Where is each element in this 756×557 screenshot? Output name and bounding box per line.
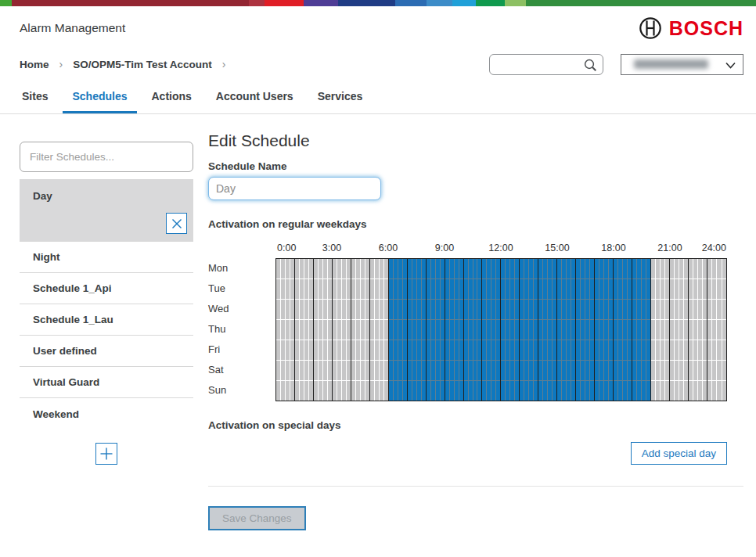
save-changes-button[interactable]: Save Changes: [208, 506, 306, 530]
schedule-cell[interactable]: [333, 279, 337, 299]
schedule-cell[interactable]: [469, 259, 473, 278]
schedule-cell[interactable]: [319, 279, 322, 299]
schedule-cell[interactable]: [543, 320, 547, 340]
schedule-cell[interactable]: [455, 320, 459, 340]
schedule-cell[interactable]: [675, 279, 679, 299]
schedule-cell[interactable]: [562, 381, 566, 401]
schedule-cell[interactable]: [520, 361, 524, 380]
schedule-cell[interactable]: [314, 320, 318, 340]
schedule-cell[interactable]: [295, 361, 299, 380]
schedule-cell[interactable]: [333, 300, 337, 319]
schedule-cell[interactable]: [380, 320, 383, 340]
schedule-cell[interactable]: [464, 320, 468, 340]
schedule-cell[interactable]: [403, 300, 407, 319]
schedule-cell[interactable]: [628, 320, 632, 340]
schedule-cell[interactable]: [562, 361, 566, 380]
schedule-cell[interactable]: [646, 300, 650, 319]
schedule-cell[interactable]: [651, 381, 655, 401]
schedule-cell[interactable]: [487, 300, 491, 319]
schedule-cell[interactable]: [314, 340, 318, 360]
schedule-cell[interactable]: [445, 381, 449, 401]
schedule-cell[interactable]: [469, 300, 473, 319]
schedule-cell[interactable]: [524, 320, 528, 340]
schedule-cell[interactable]: [675, 320, 679, 340]
schedule-cell[interactable]: [347, 361, 351, 380]
schedule-cell[interactable]: [646, 279, 650, 299]
schedule-cell[interactable]: [553, 381, 556, 401]
schedule-cell[interactable]: [628, 259, 632, 278]
schedule-cell[interactable]: [689, 300, 693, 319]
schedule-cell[interactable]: [614, 340, 617, 360]
schedule-cell[interactable]: [529, 361, 533, 380]
schedule-cell[interactable]: [375, 381, 379, 401]
schedule-cell[interactable]: [441, 340, 445, 360]
schedule-cell[interactable]: [543, 381, 547, 401]
schedule-cell[interactable]: [581, 381, 585, 401]
schedule-cell[interactable]: [276, 300, 280, 319]
schedule-cell[interactable]: [482, 340, 486, 360]
schedule-cell[interactable]: [417, 340, 421, 360]
schedule-cell[interactable]: [679, 320, 683, 340]
schedule-cell[interactable]: [365, 300, 369, 319]
schedule-cell[interactable]: [356, 259, 360, 278]
schedule-cell[interactable]: [590, 320, 594, 340]
schedule-cell[interactable]: [557, 259, 561, 278]
schedule-cell[interactable]: [567, 259, 571, 278]
schedule-cell[interactable]: [356, 340, 360, 360]
schedule-cell[interactable]: [365, 259, 369, 278]
schedule-cell[interactable]: [618, 381, 622, 401]
schedule-cell[interactable]: [365, 320, 369, 340]
schedule-cell[interactable]: [436, 300, 440, 319]
schedule-cell[interactable]: [510, 381, 514, 401]
schedule-cell[interactable]: [590, 300, 594, 319]
schedule-cell[interactable]: [698, 320, 702, 340]
schedule-cell[interactable]: [651, 320, 655, 340]
schedule-cell[interactable]: [459, 259, 463, 278]
schedule-cell[interactable]: [389, 361, 393, 380]
schedule-cell[interactable]: [276, 320, 280, 340]
schedule-cell[interactable]: [394, 381, 398, 401]
schedule-cell[interactable]: [482, 361, 486, 380]
schedule-cell[interactable]: [717, 320, 721, 340]
schedule-cell[interactable]: [609, 300, 613, 319]
schedule-cell[interactable]: [436, 279, 440, 299]
schedule-cell[interactable]: [585, 381, 589, 401]
schedule-cell[interactable]: [623, 259, 627, 278]
schedule-cell[interactable]: [670, 300, 674, 319]
schedule-cell[interactable]: [445, 340, 449, 360]
schedule-cell[interactable]: [684, 259, 688, 278]
schedule-cell[interactable]: [342, 320, 346, 340]
schedule-cell[interactable]: [347, 340, 351, 360]
schedule-cell[interactable]: [482, 320, 486, 340]
schedule-cell[interactable]: [473, 259, 477, 278]
schedule-cell[interactable]: [342, 381, 346, 401]
schedule-cell[interactable]: [684, 381, 688, 401]
schedule-cell[interactable]: [477, 340, 481, 360]
schedule-cell[interactable]: [609, 340, 613, 360]
schedule-cell[interactable]: [403, 259, 407, 278]
schedule-cell[interactable]: [314, 300, 318, 319]
schedule-cell[interactable]: [491, 381, 495, 401]
schedule-cell[interactable]: [482, 300, 486, 319]
schedule-cell[interactable]: [684, 320, 688, 340]
schedule-cell[interactable]: [422, 381, 426, 401]
schedule-cell[interactable]: [576, 279, 580, 299]
schedule-cell[interactable]: [703, 300, 707, 319]
schedule-cell[interactable]: [656, 381, 660, 401]
schedule-cell[interactable]: [482, 279, 486, 299]
schedule-cell[interactable]: [609, 361, 613, 380]
schedule-cell[interactable]: [548, 279, 552, 299]
schedule-cell[interactable]: [557, 381, 561, 401]
schedule-cell[interactable]: [333, 340, 337, 360]
schedule-cell[interactable]: [427, 340, 430, 360]
schedule-cell[interactable]: [380, 361, 383, 380]
schedule-cell[interactable]: [501, 381, 505, 401]
schedule-cell[interactable]: [557, 320, 561, 340]
schedule-cell[interactable]: [431, 320, 435, 340]
schedule-cell[interactable]: [661, 361, 664, 380]
schedule-cell[interactable]: [365, 340, 369, 360]
schedule-cell[interactable]: [642, 300, 646, 319]
schedule-cell[interactable]: [491, 361, 495, 380]
tab-schedules[interactable]: Schedules: [72, 90, 127, 113]
schedule-cell[interactable]: [543, 279, 547, 299]
